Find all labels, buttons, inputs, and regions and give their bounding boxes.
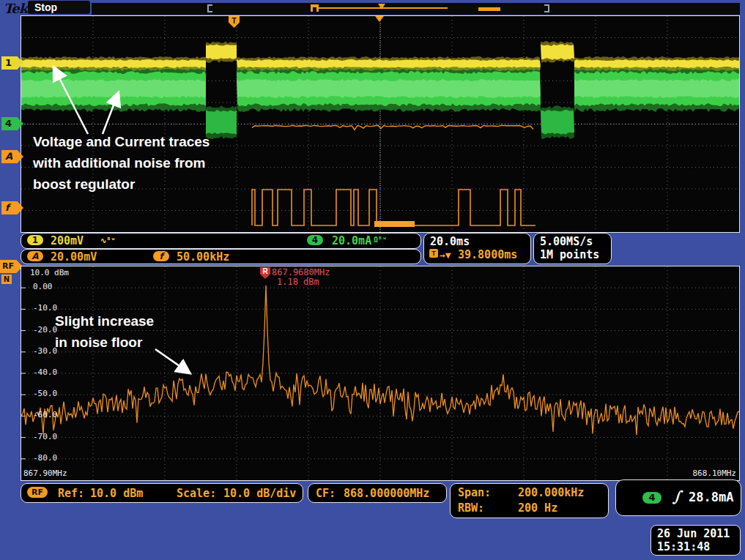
- oscilloscope-screen: Tek Stop T Voltage and Current traces wi…: [0, 0, 745, 560]
- freq-badge: f: [153, 251, 169, 261]
- math-scale-readout: 20.00mV: [51, 251, 97, 263]
- wave-inspector-bar: [92, 3, 740, 15]
- spectrum-y-label: 0.00: [33, 283, 53, 291]
- rbw-label: RBW:: [458, 502, 484, 514]
- ch4-impedance-bandwidth-icon: Ωᴮʷ: [374, 236, 387, 244]
- tek-logo: Tek: [4, 1, 27, 16]
- ch1-coupling-bandwidth-icon: ∿ᴮʷ: [100, 236, 115, 245]
- math-badge: A: [27, 251, 43, 261]
- date-readout: 26 Jun 2011: [657, 528, 730, 540]
- expand-bracket-left-icon: [207, 4, 212, 12]
- span-rbw-box: Span: 200.000kHz RBW: 200 Hz: [450, 483, 609, 518]
- spectrum-y-label: -40.0: [33, 368, 57, 377]
- waveform-annotation-line2: with additional noise from: [33, 152, 210, 173]
- graticule-grid: [21, 266, 739, 480]
- waveform-traces: [21, 16, 739, 232]
- channel-readout-row2: A 20.00mV f 50.00kHz: [21, 249, 421, 264]
- spectrum-y-label: -10.0: [33, 304, 57, 313]
- rf-readout-bar: RF Ref: 10.0 dBm Scale: 10.0 dB/div: [21, 483, 303, 503]
- rf-scale-value: 10.0 dB/div: [223, 488, 296, 499]
- waveform-annotation-line1: Voltage and Current traces: [33, 131, 210, 152]
- trigger-source-box: 4 ∫ 28.8mA: [615, 479, 741, 516]
- span-label: Span:: [458, 487, 491, 499]
- spectrum-edge-ticks: [21, 288, 26, 459]
- rf-normal-trace-badge: N: [1, 275, 12, 284]
- span-value: 200.000kHz: [518, 487, 584, 499]
- cf-label: CF:: [316, 488, 336, 499]
- spectrum-y-label: -60.0: [33, 411, 57, 419]
- spectrum-y-label: -20.0: [33, 326, 57, 335]
- spectrum-trace: [21, 266, 739, 480]
- trigger-position-icon: [311, 4, 319, 12]
- center-frequency-box: CF: 868.000000MHz: [308, 483, 447, 503]
- timebase-readout-box: 20.0ms T →▼ 39.8000ms: [423, 233, 531, 264]
- waveform-graticule: T Voltage and Current traces with additi…: [21, 15, 740, 233]
- rf-ref-value: 10.0 dBm: [90, 488, 143, 499]
- time-readout: 15:31:48: [657, 541, 710, 553]
- trigger-position-readout: 39.8000ms: [458, 249, 517, 261]
- spectrum-y-label: -80.0: [33, 454, 57, 463]
- spectrum-annotation: Slight increase in noise floor: [55, 310, 154, 353]
- ch1-scale-readout: 200mV: [51, 235, 84, 247]
- expansion-point-icon: [378, 4, 385, 10]
- datetime-box: 26 Jun 2011 15:31:48: [651, 525, 741, 556]
- waveform-annotation-line3: boost regulator: [33, 173, 210, 195]
- ch1-badge: 1: [27, 235, 43, 245]
- spectrum-y-label: -70.0: [33, 433, 57, 441]
- start-frequency-label: 867.90MHz: [23, 469, 67, 478]
- freq-readout: 50.00kHz: [177, 251, 229, 263]
- trigger-icon: T: [429, 249, 438, 258]
- acquisition-status-badge: Stop: [28, 1, 90, 14]
- rf-scale-label: Scale:: [177, 488, 216, 499]
- spectrum-annotation-line1: Slight increase: [55, 310, 154, 332]
- rf-badge: RF: [27, 487, 48, 498]
- rf-spectrum-trace: [21, 285, 739, 436]
- cf-value: 868.000000MHz: [344, 488, 429, 499]
- rf-amplitude-trace: [252, 125, 533, 130]
- waveform-annotation: Voltage and Current traces with addition…: [33, 131, 210, 195]
- trigger-arrow-icon: →▼: [440, 250, 451, 261]
- ch4-badge: 4: [307, 235, 323, 245]
- spectrum-annotation-line2: in noise floor: [55, 332, 154, 353]
- rf-marker: RF: [0, 260, 23, 273]
- acquisition-readout-box: 5.00MS/s 1M points: [533, 233, 612, 264]
- timebase-scale: 20.0ms: [430, 236, 470, 247]
- demod-pulse-trace: [252, 190, 535, 227]
- record-length-readout: 1M points: [540, 249, 599, 261]
- ref-level-top-label: 10.0 dBm: [30, 269, 69, 277]
- graticule-grid: [21, 16, 739, 232]
- trigger-level-readout: 28.8mA: [689, 491, 733, 503]
- channel-readout-row1: 1 200mV ∿ᴮʷ 4 20.0mA Ωᴮʷ: [21, 233, 421, 249]
- expand-bracket-right-icon: [544, 4, 549, 12]
- spectrum-y-label: -30.0: [33, 347, 57, 356]
- marker-amplitude-readout: 1.18 dBm: [277, 277, 319, 287]
- spectrum-y-label: -50.0: [33, 389, 57, 398]
- acquisition-status-label: Stop: [34, 1, 57, 13]
- sample-rate-readout: 5.00MS/s: [540, 236, 593, 247]
- trigger-source-badge: 4: [642, 492, 661, 504]
- stop-frequency-label: 868.10MHz: [692, 469, 736, 478]
- expansion-point-triangle-icon: [375, 16, 384, 22]
- rf-ref-label: Ref:: [58, 488, 84, 499]
- edge-slope-icon: ∫: [672, 489, 681, 504]
- ch4-scale-readout: 20.0mA: [332, 235, 371, 247]
- zoom-window-segment: [478, 7, 500, 11]
- rbw-value: 200 Hz: [518, 502, 557, 514]
- spectrum-graticule: 10.0 dBm 0.00-10.0-20.0-30.0-40.0-50.0-6…: [21, 266, 740, 481]
